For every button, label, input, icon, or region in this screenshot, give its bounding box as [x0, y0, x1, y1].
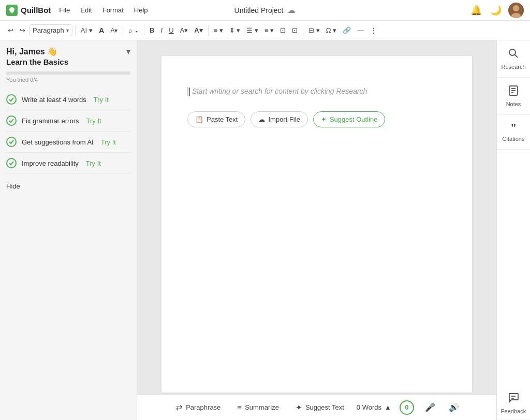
paragraph-style-dropdown[interactable]: Paragraph ▾: [29, 24, 72, 36]
collapse-panel-button[interactable]: ▾: [126, 47, 130, 56]
task-check-ai: [6, 137, 17, 147]
more-options-button[interactable]: ⋮: [367, 25, 379, 36]
microphone-button[interactable]: 🎤: [422, 400, 438, 415]
right-panel-item-feedback[interactable]: Feedback: [497, 387, 530, 420]
greeting-text: Hi, James 👋: [6, 47, 68, 56]
chevron-up-icon: ▲: [385, 403, 391, 411]
import-icon: ☁: [258, 115, 265, 123]
text-color-button[interactable]: A▾: [178, 25, 191, 36]
task-try-write[interactable]: Try It: [94, 96, 109, 104]
hide-button[interactable]: Hide: [6, 179, 130, 193]
bold-button[interactable]: B: [147, 25, 157, 36]
svg-line-4: [515, 55, 518, 58]
editor-page[interactable]: Start writing or search for content by c…: [161, 56, 472, 393]
task-try-ai[interactable]: Try It: [101, 138, 116, 146]
task-check-write: [6, 94, 17, 105]
task-item-ai: Get suggestions from AI Try It: [6, 132, 130, 153]
toolbar: ↩ ↪ Paragraph ▾ AI ▾ A A▾ ⌕ ▾ B I U A▾ A…: [0, 21, 530, 40]
paraphrase-icon: ⇄: [176, 403, 183, 412]
task-label-readability: Improve readability: [22, 160, 79, 167]
redo-button[interactable]: ↪: [17, 25, 28, 36]
suggest-outline-button[interactable]: ✦ Suggest Outline: [313, 111, 386, 127]
dark-mode-icon[interactable]: 🌙: [489, 3, 503, 18]
separator-2: [123, 25, 123, 36]
word-count: 0 Words ▲: [357, 403, 391, 411]
suggest-text-button[interactable]: ✦ Suggest Text: [291, 401, 348, 414]
left-panel: Hi, James 👋 Learn the Basics ▾ You tried…: [0, 40, 137, 420]
feedback-label: Feedback: [501, 408, 526, 414]
editor-actions: 📋 Paste Text ☁ Import File ✦ Suggest Out…: [187, 111, 446, 127]
highlight-button[interactable]: A▾: [192, 25, 205, 36]
menu-file[interactable]: File: [55, 4, 74, 16]
speaker-button[interactable]: 🔊: [446, 400, 462, 415]
editor-placeholder: Start writing or search for content by c…: [187, 87, 446, 96]
avatar[interactable]: [508, 3, 524, 18]
bottom-bar: ⇄ Paraphrase ≡ Summarize ✦ Suggest Text …: [137, 394, 496, 420]
list-button[interactable]: ☰ ▾: [244, 25, 261, 36]
editor-area: Start writing or search for content by c…: [137, 40, 496, 420]
notification-bell-icon[interactable]: 🔔: [469, 3, 483, 18]
menu-items: File Edit Format Help: [55, 4, 152, 16]
right-panel: Research Notes " Citations: [496, 40, 530, 420]
outdent-button[interactable]: ⊡: [277, 25, 288, 36]
separator-5: [303, 25, 303, 36]
right-panel-item-notes[interactable]: Notes: [497, 78, 530, 115]
cloud-save-icon[interactable]: ☁: [287, 5, 296, 15]
task-try-readability[interactable]: Try It: [86, 160, 101, 167]
separator-3: [144, 25, 144, 36]
suggest-text-icon: ✦: [296, 403, 302, 412]
svg-point-3: [509, 49, 516, 55]
task-try-grammar[interactable]: Try It: [86, 117, 101, 125]
summarize-button[interactable]: ≡ Summarize: [233, 401, 283, 414]
undo-button[interactable]: ↩: [5, 25, 16, 36]
line-spacing-button[interactable]: ⇕ ▾: [227, 25, 243, 36]
underline-button[interactable]: U: [166, 25, 176, 36]
task-check-grammar: [6, 115, 17, 126]
editor-scroll: Start writing or search for content by c…: [137, 40, 496, 394]
chevron-down-icon: ▾: [66, 27, 69, 33]
font-size-dropdown[interactable]: A▾: [108, 25, 120, 36]
top-bar-left: QuillBot File Edit Format Help: [6, 4, 152, 16]
search-button[interactable]: ⌕ ▾: [126, 25, 141, 36]
menu-edit[interactable]: Edit: [76, 4, 96, 16]
project-title[interactable]: Untitled Project: [234, 6, 284, 15]
font-size-button[interactable]: A: [96, 24, 107, 36]
suggest-icon: ✦: [321, 115, 327, 123]
task-label-grammar: Fix grammar errors: [22, 117, 79, 125]
numbered-list-button[interactable]: ≡ ▾: [262, 25, 276, 36]
italic-button[interactable]: I: [158, 25, 166, 36]
feedback-icon: [508, 392, 519, 406]
right-panel-item-research[interactable]: Research: [497, 40, 530, 78]
count-bubble[interactable]: 0: [400, 400, 414, 415]
paste-text-button[interactable]: 📋 Paste Text: [187, 111, 245, 127]
logo-icon: [6, 5, 18, 16]
separator-4: [208, 25, 209, 36]
top-bar: QuillBot File Edit Format Help Untitled …: [0, 0, 530, 21]
notes-icon: [508, 85, 519, 99]
main-content: Hi, James 👋 Learn the Basics ▾ You tried…: [0, 40, 530, 420]
app-name: QuillBot: [21, 6, 51, 15]
check-icon-write: [8, 96, 14, 103]
indent-button[interactable]: ⊡: [289, 25, 300, 36]
you-tried-label: You tried 0/4: [6, 77, 130, 83]
separator-1: [75, 25, 76, 36]
menu-format[interactable]: Format: [98, 4, 128, 16]
import-file-button[interactable]: ☁ Import File: [251, 111, 307, 127]
right-panel-item-citations[interactable]: " Citations: [497, 115, 530, 150]
research-icon: [508, 48, 519, 62]
task-item-readability: Improve readability Try It: [6, 153, 130, 174]
svg-point-1: [513, 5, 519, 11]
task-check-readability: [6, 158, 17, 168]
notes-label: Notes: [506, 101, 521, 107]
special-char-button[interactable]: Ω ▾: [323, 25, 339, 36]
task-item-grammar: Fix grammar errors Try It: [6, 110, 130, 132]
divider-button[interactable]: —: [355, 25, 366, 36]
paraphrase-button[interactable]: ⇄ Paraphrase: [172, 401, 225, 414]
progress-bar-container: [6, 71, 130, 75]
link-button[interactable]: 🔗: [340, 25, 354, 36]
image-button[interactable]: ⊟ ▾: [306, 25, 322, 36]
ai-dropdown-button[interactable]: AI ▾: [78, 25, 95, 36]
menu-help[interactable]: Help: [130, 4, 152, 16]
logo[interactable]: QuillBot: [6, 5, 51, 16]
align-button[interactable]: ≡ ▾: [211, 25, 226, 36]
